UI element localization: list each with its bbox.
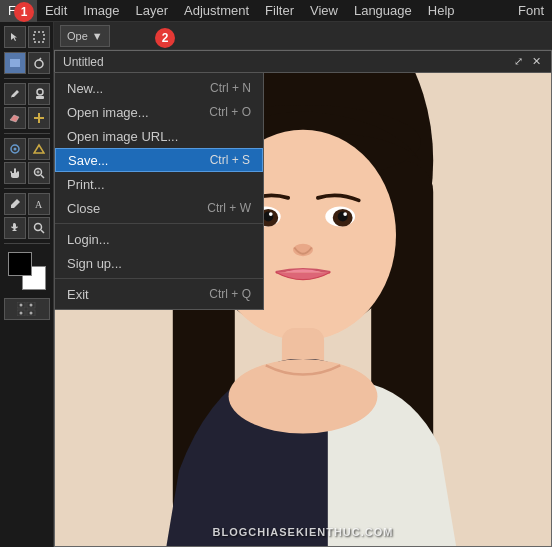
menu-item-open-image[interactable]: Open image... Ctrl + O (55, 100, 263, 124)
svg-point-31 (343, 212, 347, 216)
menu-item-save-shortcut: Ctrl + S (210, 153, 250, 167)
svg-point-30 (269, 212, 273, 216)
window-titlebar: Untitled ⤢ ✕ (55, 51, 551, 73)
svg-rect-1 (10, 59, 20, 67)
svg-rect-4 (36, 96, 44, 99)
menu-edit[interactable]: Edit (37, 0, 75, 22)
menu-item-open-image-label: Open image... (67, 105, 149, 120)
svg-point-3 (37, 89, 43, 95)
window-title: Untitled (63, 55, 104, 69)
window-maximize[interactable]: ⤢ (511, 55, 525, 69)
foreground-color[interactable] (8, 252, 32, 276)
menu-item-new-shortcut: Ctrl + N (210, 81, 251, 95)
file-menu: New... Ctrl + N Open image... Ctrl + O O… (54, 72, 264, 310)
menu-item-print[interactable]: Print... (55, 172, 263, 196)
canvas-container: Untitled ⤢ ✕ (54, 50, 552, 547)
svg-point-14 (19, 304, 22, 307)
tool-rect[interactable] (4, 52, 26, 74)
tool-pencil[interactable] (4, 83, 26, 105)
menu-item-open-url[interactable]: Open image URL... (55, 124, 263, 148)
menu-item-login[interactable]: Login... (55, 227, 263, 251)
menu-font[interactable]: Font (518, 3, 552, 18)
menu-separator-2 (55, 278, 263, 279)
window-close[interactable]: ✕ (529, 55, 543, 69)
main-area: A (0, 22, 552, 547)
tool-move[interactable] (4, 217, 26, 239)
menu-adjustment[interactable]: Adjustment (176, 0, 257, 22)
svg-point-9 (34, 224, 41, 231)
menu-image[interactable]: Image (75, 0, 127, 22)
menubar: File Edit Image Layer Adjustment Filter … (0, 0, 552, 22)
color-selector[interactable] (8, 252, 46, 290)
tool-eyedropper[interactable] (4, 193, 26, 215)
tool-triangle[interactable] (28, 138, 50, 160)
menu-item-new-label: New... (67, 81, 103, 96)
menu-layer[interactable]: Layer (128, 0, 177, 22)
tool-select-arrow[interactable] (4, 26, 26, 48)
menu-language[interactable]: Language (346, 0, 420, 22)
menu-item-open-image-shortcut: Ctrl + O (209, 105, 251, 119)
tool-eraser[interactable] (4, 107, 26, 129)
svg-point-6 (13, 148, 16, 151)
window-controls: ⤢ ✕ (511, 55, 543, 69)
menu-item-close[interactable]: Close Ctrl + W (55, 196, 263, 220)
mode-label: Ope (67, 30, 88, 42)
tool-zoom[interactable] (28, 162, 50, 184)
tool-lasso[interactable] (28, 52, 50, 74)
menu-item-exit-label: Exit (67, 287, 89, 302)
menu-item-signup-label: Sign up... (67, 256, 122, 271)
menu-separator-1 (55, 223, 263, 224)
step-badge-2: 2 (155, 28, 175, 48)
mode-dropdown-icon: ▼ (92, 30, 103, 42)
menu-item-exit[interactable]: Exit Ctrl + Q (55, 282, 263, 306)
menu-item-open-url-label: Open image URL... (67, 129, 178, 144)
grid-button[interactable] (4, 298, 50, 320)
mode-select[interactable]: Ope ▼ (60, 25, 110, 47)
svg-point-34 (229, 359, 378, 433)
tool-hand[interactable] (4, 162, 26, 184)
menu-item-login-label: Login... (67, 232, 110, 247)
tool-heal[interactable] (28, 107, 50, 129)
tool-select-region[interactable] (28, 26, 50, 48)
menu-item-signup[interactable]: Sign up... (55, 251, 263, 275)
tool-zoom2[interactable] (28, 217, 50, 239)
svg-point-17 (29, 312, 32, 315)
tool-text[interactable]: A (28, 193, 50, 215)
content-wrapper: Ope ▼ Untitled ⤢ ✕ (54, 22, 552, 547)
tool-stamp[interactable] (28, 83, 50, 105)
menu-item-close-shortcut: Ctrl + W (207, 201, 251, 215)
svg-point-15 (29, 304, 32, 307)
secondary-toolbar: Ope ▼ (54, 22, 552, 50)
menu-item-new[interactable]: New... Ctrl + N (55, 76, 263, 100)
svg-point-2 (35, 60, 43, 68)
svg-point-16 (19, 312, 22, 315)
menu-item-print-label: Print... (67, 177, 105, 192)
step-badge-1: 1 (14, 2, 34, 22)
menu-item-close-label: Close (67, 201, 100, 216)
watermark: BLOGCHIASEKIENTHUC.COM (213, 526, 394, 538)
tool-blur[interactable] (4, 138, 26, 160)
toolbar: A (0, 22, 54, 547)
menu-filter[interactable]: Filter (257, 0, 302, 22)
svg-rect-0 (34, 32, 44, 42)
menu-item-save-label: Save... (68, 153, 108, 168)
menu-view[interactable]: View (302, 0, 346, 22)
menu-item-save[interactable]: Save... Ctrl + S (55, 148, 263, 172)
svg-text:A: A (35, 199, 43, 210)
menu-item-exit-shortcut: Ctrl + Q (209, 287, 251, 301)
menu-help[interactable]: Help (420, 0, 463, 22)
